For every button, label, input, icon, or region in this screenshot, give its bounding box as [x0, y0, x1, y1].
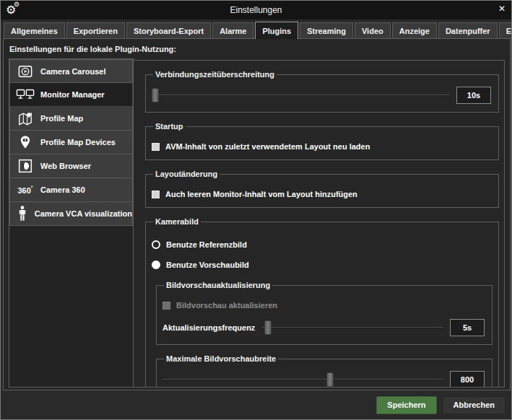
save-button[interactable]: Speichern [376, 396, 436, 414]
plugin-settings-panel: Verbindungszeitüberschreitung 10s Startu… [133, 60, 505, 388]
slider-handle[interactable] [326, 372, 334, 387]
slider-handle[interactable] [264, 320, 272, 335]
tab-streaming[interactable]: Streaming [300, 22, 353, 39]
section-title: Kamerabild [153, 217, 201, 226]
profile-map-devices-icon [10, 134, 40, 150]
dialog-footer: Speichern Abbrechen [1, 395, 506, 415]
plugin-item-web-browser[interactable]: Web Browser [9, 154, 133, 178]
slider-track [262, 327, 443, 328]
tab-plugins[interactable]: Plugins [255, 22, 298, 39]
tab-anzeige[interactable]: Anzeige [392, 22, 437, 39]
update-frequency-label: Aktualisierungsfrequenz [162, 323, 255, 332]
plugin-item-camera-vca[interactable]: Camera VCA visualization [9, 202, 133, 226]
section-camera-image: Kamerabild Benutze Referenzbild Benutze … [145, 217, 499, 388]
startup-reload-checkbox-row[interactable]: AVM-Inhalt von zuletzt verwendetem Layou… [152, 141, 493, 152]
settings-dialog: ⚙ ⚙ Einstellungen ✕ Allgemeines Exportie… [0, 0, 512, 420]
plugin-item-label: Web Browser [40, 162, 91, 170]
radio-preview-image[interactable]: Benutze Vorschaubild [152, 259, 493, 271]
checkbox-icon[interactable] [152, 191, 160, 198]
camera-360-icon: 360° [10, 185, 40, 195]
radio-icon[interactable] [152, 261, 160, 269]
tab-exportieren[interactable]: Exportieren [66, 22, 125, 39]
tab-bar: Allgemeines Exportieren Storyboard-Expor… [4, 22, 511, 39]
timeout-value: 10s [456, 87, 491, 104]
section-title: Verbindungszeitüberschreitung [153, 70, 277, 79]
preview-update-checkbox-row: Bildvorschau aktualisieren [162, 299, 486, 311]
section-title: Layoutänderung [153, 170, 220, 178]
plugin-item-label: Profile Map Devices [40, 138, 116, 146]
section-preview-update: Bildvorschauaktualisierung Bildvorschau … [156, 281, 493, 345]
tab-video[interactable]: Video [355, 22, 391, 39]
max-preview-width-value: 800 [450, 371, 485, 388]
titlebar: ⚙ ⚙ Einstellungen ✕ [1, 1, 511, 19]
close-icon[interactable]: ✕ [498, 4, 506, 14]
section-title: Maximale Bildvorschaubreite [164, 354, 278, 363]
profile-map-icon [10, 111, 40, 126]
cancel-button[interactable]: Abbrechen [443, 396, 506, 414]
checkbox-label: Bildvorschau aktualisieren [176, 301, 277, 310]
plugin-item-camera-360[interactable]: 360° Camera 360 [9, 178, 133, 202]
tab-alarme[interactable]: Alarme [212, 22, 253, 39]
checkbox-icon[interactable] [152, 143, 160, 151]
tab-storyboard-export[interactable]: Storyboard-Export [126, 22, 211, 39]
slider-track [152, 95, 449, 96]
checkbox-icon [162, 302, 170, 310]
checkbox-label: AVM-Inhalt von zuletzt verwendetem Layou… [165, 142, 370, 151]
max-preview-width-slider[interactable] [162, 372, 443, 388]
timeout-slider[interactable] [152, 87, 449, 103]
update-frequency-value: 5s [450, 319, 485, 336]
plugin-item-label: Profile Map [40, 114, 83, 123]
tab-datenpuffer[interactable]: Datenpuffer [438, 22, 498, 39]
web-browser-icon [10, 159, 40, 173]
window-title: Einstellungen [1, 5, 511, 15]
section-title: Bildvorschauaktualisierung [164, 281, 272, 289]
monitor-manager-icon [10, 88, 40, 101]
update-frequency-slider[interactable] [262, 320, 443, 336]
plugin-item-label: Camera 360 [40, 185, 85, 194]
section-title: Startup [153, 122, 186, 131]
plugin-item-monitor-manager[interactable]: Monitor Manager [9, 83, 133, 107]
camera-vca-icon [10, 206, 35, 222]
slider-handle[interactable] [152, 88, 159, 102]
panel-label: Einstellungen für die lokale Plugin-Nutz… [9, 45, 176, 53]
radio-reference-image[interactable]: Benutze Referenzbild [152, 239, 493, 250]
radio-label: Benutze Referenzbild [166, 240, 247, 249]
plugins-tab-panel: Einstellungen für die lokale Plugin-Nutz… [3, 38, 511, 390]
section-startup: Startup AVM-Inhalt von zuletzt verwendet… [145, 122, 499, 160]
plugin-list: Camera Carousel Monitor Manager Profile … [9, 58, 134, 388]
plugin-item-label: Monitor Manager [40, 90, 105, 99]
layout-empty-content-checkbox-row[interactable]: Auch leeren Monitor-Inhalt vom Layout hi… [152, 188, 493, 200]
plugin-item-camera-carousel[interactable]: Camera Carousel [9, 59, 133, 83]
plugin-item-label: Camera Carousel [40, 67, 106, 76]
radio-icon[interactable] [152, 240, 160, 249]
plugin-item-label: Camera VCA visualization [35, 209, 132, 218]
tab-erweitert[interactable]: Erweitert [499, 22, 512, 39]
checkbox-label: Auch leeren Monitor-Inhalt vom Layout hi… [165, 190, 357, 198]
section-max-preview-width: Maximale Bildvorschaubreite 800 [156, 354, 493, 388]
slider-track [162, 379, 443, 380]
section-connection-timeout: Verbindungszeitüberschreitung 10s [145, 70, 499, 113]
camera-carousel-icon [10, 64, 40, 79]
plugin-item-profile-map[interactable]: Profile Map [9, 107, 133, 131]
tab-allgemeines[interactable]: Allgemeines [4, 22, 65, 39]
plugin-item-profile-map-devices[interactable]: Profile Map Devices [9, 131, 133, 154]
section-layout-change: Layoutänderung Auch leeren Monitor-Inhal… [145, 170, 499, 208]
radio-label: Benutze Vorschaubild [166, 261, 249, 269]
